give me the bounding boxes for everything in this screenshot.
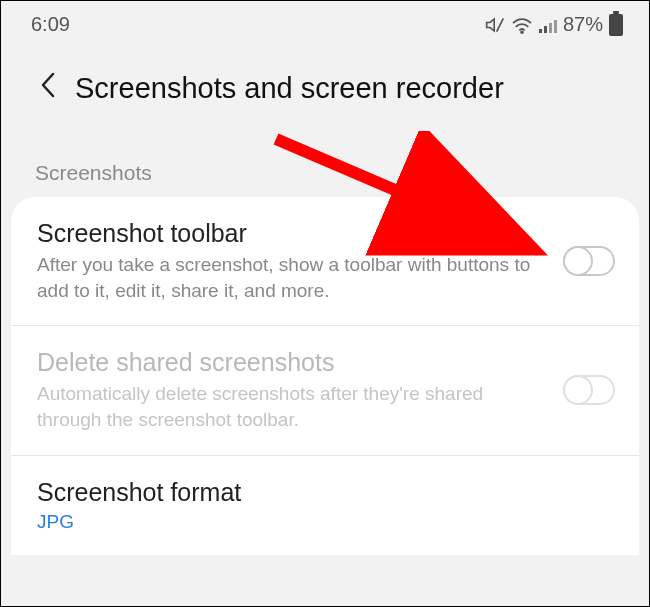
section-label: Screenshots (1, 129, 649, 197)
row-value: JPG (37, 511, 595, 533)
page-title: Screenshots and screen recorder (75, 72, 504, 105)
row-desc: Automatically delete screenshots after t… (37, 381, 543, 432)
row-title: Delete shared screenshots (37, 348, 543, 377)
screenshot-format-row[interactable]: Screenshot format JPG (11, 456, 639, 555)
settings-card: Screenshot toolbar After you take a scre… (11, 197, 639, 555)
battery-icon (609, 14, 623, 36)
status-time: 6:09 (31, 13, 70, 36)
screenshot-toolbar-row[interactable]: Screenshot toolbar After you take a scre… (11, 197, 639, 326)
row-title: Screenshot format (37, 478, 595, 507)
back-icon[interactable] (39, 70, 57, 107)
delete-shared-toggle (563, 375, 615, 405)
status-bar: 6:09 87% (1, 1, 649, 40)
row-text: Delete shared screenshots Automatically … (37, 348, 563, 432)
row-title: Screenshot toolbar (37, 219, 543, 248)
signal-icon (539, 17, 557, 33)
battery-percent: 87% (563, 13, 603, 36)
svg-line-0 (497, 18, 504, 31)
svg-point-1 (521, 31, 523, 33)
row-text: Screenshot toolbar After you take a scre… (37, 219, 563, 303)
row-text: Screenshot format JPG (37, 478, 615, 533)
screenshot-toolbar-toggle[interactable] (563, 246, 615, 276)
row-desc: After you take a screenshot, show a tool… (37, 252, 543, 303)
mute-icon (485, 15, 505, 35)
page-header: Screenshots and screen recorder (1, 40, 649, 129)
status-indicators: 87% (485, 13, 623, 36)
wifi-icon (511, 16, 533, 34)
delete-shared-row: Delete shared screenshots Automatically … (11, 326, 639, 455)
